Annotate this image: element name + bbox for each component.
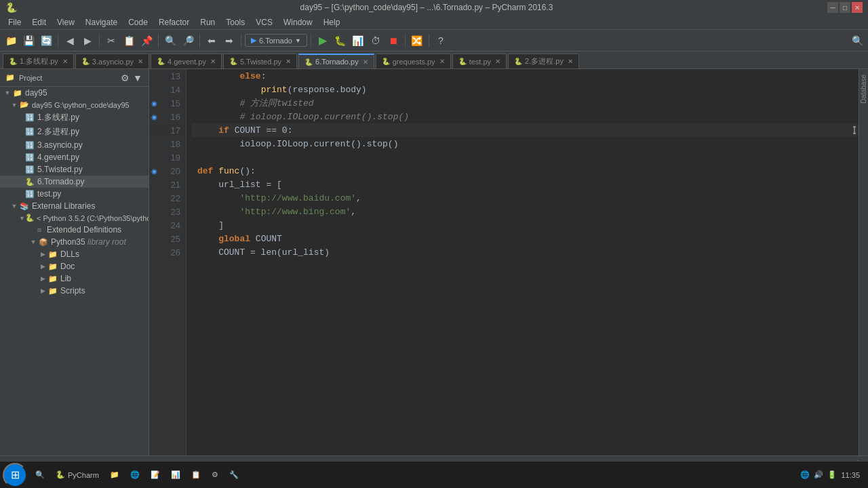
tray-network[interactable]: 🌐 (800, 470, 810, 479)
close-button[interactable]: ✕ (852, 2, 863, 13)
tab-close-5[interactable]: ✕ (285, 58, 291, 65)
menu-navigate[interactable]: Navigate (80, 16, 123, 28)
tree-item-python35[interactable]: ▼ 🐍 < Python 3.5.2 (C:\Python35\python.e… (0, 212, 149, 224)
minimize-button[interactable]: ─ (827, 2, 838, 13)
toolbar-save-btn[interactable]: 💾 (20, 33, 37, 49)
stop-btn[interactable]: ⏹ (385, 33, 401, 49)
taskbar-pycharm[interactable]: 🐍 PyCharm (50, 463, 104, 487)
linenum-26: 26 (159, 245, 186, 259)
menu-vcs[interactable]: VCS (250, 16, 278, 28)
tree-arrow-scripts: ▶ (38, 287, 47, 294)
coverage-btn[interactable]: 📊 (350, 33, 366, 49)
toolbar-replace-btn[interactable]: 🔎 (180, 33, 196, 49)
database-sidebar-label[interactable]: Database (859, 69, 868, 109)
tree-item-external-libs[interactable]: ▼ 📚 External Libraries (0, 200, 149, 212)
tab-4-gevent[interactable]: 🐍 4.gevent.py ✕ (151, 54, 222, 68)
gutter-mark-20: ◉ (149, 167, 159, 175)
maximize-button[interactable]: □ (840, 2, 850, 13)
menu-tools[interactable]: Tools (220, 16, 250, 28)
project-settings-btn[interactable]: ⚙ (119, 73, 130, 83)
editor-panel: 📁 Project ⚙ ▼ ▼ 📁 day95 ▼ 📂 day9 (0, 69, 868, 455)
tab-grequests[interactable]: 🐍 grequests.py ✕ (376, 54, 451, 68)
tree-item-3-asyncio[interactable]: 🔢 3.asyncio.py (0, 139, 149, 151)
taskbar-app-5[interactable]: 📊 (165, 463, 186, 487)
taskbar-chrome[interactable]: 🌐 (125, 463, 145, 487)
tab-test[interactable]: 🐍 test.py ✕ (452, 54, 507, 68)
tab-close-4[interactable]: ✕ (210, 58, 216, 65)
toolbar-find-btn[interactable]: 🔍 (162, 33, 178, 49)
profile-btn[interactable]: ⏱ (368, 33, 384, 49)
taskbar-explorer[interactable]: 📁 (104, 463, 125, 487)
toolbar-sync-btn[interactable]: 🔄 (38, 33, 54, 49)
linenum-15: 15 (159, 96, 186, 110)
tray-volume[interactable]: 🔊 (814, 470, 823, 479)
project-gear-btn[interactable]: ▼ (132, 73, 143, 83)
gutter-mark-16: ◉ (149, 113, 159, 121)
menu-help[interactable]: Help (318, 16, 346, 28)
tab-2-duojincheng[interactable]: 🐍 2.多进程.py ✕ (508, 54, 579, 68)
tree-item-6-tornado[interactable]: 🐍 6.Tornado.py (0, 176, 149, 188)
menu-file[interactable]: File (3, 16, 26, 28)
tree-item-1-duoxiancheng[interactable]: 🔢 1.多线程.py (0, 110, 149, 125)
run-btn[interactable]: ▶ (315, 33, 331, 49)
code-editor[interactable]: Database 13 14 (149, 69, 868, 455)
code-content[interactable]: else: print(response.body) # 方法同twisted (186, 69, 864, 455)
tab-6-tornado[interactable]: 🐍 6.Tornado.py ✕ (298, 54, 374, 68)
tree-item-4-gevent[interactable]: 🔢 4.gevent.py (0, 151, 149, 163)
search-everywhere-btn[interactable]: 🔍 (849, 33, 865, 49)
tab-close-3[interactable]: ✕ (138, 58, 143, 65)
tab-close-2[interactable]: ✕ (568, 58, 573, 65)
toolbar-paste-btn[interactable]: 📌 (138, 33, 155, 49)
tree-item-python35-root[interactable]: ▼ 📦 Python35 library root (0, 236, 149, 248)
tree-item-2-duojincheng[interactable]: 🔢 2.多进程.py (0, 125, 149, 139)
tab-close-1[interactable]: ✕ (62, 58, 68, 65)
menu-edit[interactable]: Edit (26, 16, 52, 28)
tree-item-5-twisted[interactable]: 🔢 5.Twisted.py (0, 163, 149, 176)
taskbar-word[interactable]: 📝 (145, 463, 165, 487)
tree-item-lib[interactable]: ▶ 📁 Lib (0, 272, 149, 285)
taskbar-app-8[interactable]: 🔧 (224, 463, 244, 487)
taskbar-app-6[interactable]: 📋 (186, 463, 206, 487)
tab-close-g[interactable]: ✕ (439, 58, 445, 65)
tree-item-dlls[interactable]: ▶ 📁 DLLs (0, 248, 149, 260)
toolbar-forward-btn[interactable]: ▶ (79, 33, 96, 49)
help-btn[interactable]: ? (433, 33, 449, 49)
project-header-label: Project (19, 74, 42, 82)
menu-run[interactable]: Run (195, 16, 220, 28)
menu-window[interactable]: Window (278, 16, 318, 28)
menu-refactor[interactable]: Refactor (153, 16, 195, 28)
cortana-icon: 🔍 (35, 470, 45, 479)
menu-code[interactable]: Code (123, 16, 153, 28)
run-config-btn[interactable]: ▶ 6.Tornado ▼ (245, 34, 307, 47)
tab-1-duoxiancheng[interactable]: 🐍 1.多线程.py ✕ (3, 54, 74, 68)
tree-item-doc[interactable]: ▶ 📁 Doc (0, 260, 149, 272)
tab-close-6[interactable]: ✕ (363, 58, 368, 66)
tab-bar: 🐍 1.多线程.py ✕ 🐍 3.asyncio.py ✕ 🐍 4.gevent… (0, 52, 868, 69)
taskbar-cortana[interactable]: 🔍 (30, 463, 50, 487)
toolbar-copy-btn[interactable]: 📋 (121, 33, 137, 49)
python35-icon: 🐍 (25, 214, 35, 222)
linenum-16: 16 (159, 110, 186, 123)
code-line-26: COUNT = len(url_list) (192, 245, 859, 259)
toolbar-nav-next-btn[interactable]: ➡ (221, 33, 237, 49)
tree-item-scripts[interactable]: ▶ 📁 Scripts (0, 285, 149, 297)
toolbar-back-btn[interactable]: ◀ (62, 33, 78, 49)
tree-item-ext-def[interactable]: ≡ Extended Definitions (0, 224, 149, 236)
start-button[interactable]: ⊞ (3, 463, 27, 487)
debug-btn[interactable]: 🐛 (332, 33, 349, 49)
taskbar-app-7[interactable]: ⚙ (206, 463, 224, 487)
tree-item-day95-folder[interactable]: ▼ 📂 day95 G:\python_code\day95 (0, 99, 149, 110)
project-tree: ▼ 📁 day95 ▼ 📂 day95 G:\python_code\day95… (0, 87, 149, 455)
tab-3-asyncio[interactable]: 🐍 3.asyncio.py ✕ (75, 54, 149, 68)
tree-item-day95[interactable]: ▼ 📁 day95 (0, 87, 149, 99)
toolbar-cut-btn[interactable]: ✂ (103, 33, 119, 49)
menu-view[interactable]: View (52, 16, 80, 28)
toolbar-project-btn[interactable]: 📁 (3, 33, 19, 49)
vcs-btn[interactable]: 🔀 (409, 33, 425, 49)
tab-close-t[interactable]: ✕ (495, 58, 500, 65)
dlls-icon: 📁 (47, 250, 58, 259)
toolbar-nav-prev-btn[interactable]: ⬅ (203, 33, 220, 49)
tab-5-twisted[interactable]: 🐍 5.Twisted.py ✕ (223, 54, 297, 68)
tray-battery[interactable]: 🔋 (827, 470, 837, 479)
tree-item-test[interactable]: 🔢 test.py (0, 188, 149, 200)
